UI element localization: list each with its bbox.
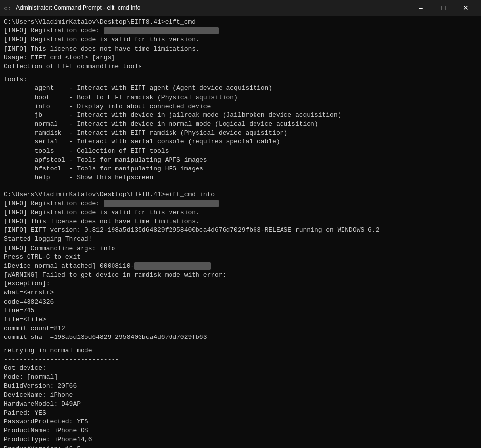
info-line-reg1: [INFO] Registration code: (4, 27, 477, 35)
cmd-icon: C: (4, 4, 12, 12)
mode-line: Mode: [normal] (4, 373, 477, 382)
got-device: Got device: (4, 364, 477, 373)
window-title: Administrator: Command Prompt - eift_cmd… (16, 4, 140, 11)
terminal-body: C:\Users\VladimirKatalov\Desktop\EIFT8.4… (0, 16, 481, 448)
info-line-reg2: [INFO] Registration code: (4, 199, 477, 208)
usage-line: Usage: EIFT_cmd <tool> [args] (4, 54, 477, 62)
minimize-button[interactable]: – (409, 0, 432, 16)
redacted-3 (134, 262, 211, 270)
tool-help: help - Show this helpscreen (4, 173, 477, 182)
info-line-version: [INFO] EIFT version: 0.812-198a5d135d648… (4, 226, 477, 235)
password-protected: PasswordProtected: YES (4, 418, 477, 426)
title-bar-left: C: Administrator: Command Prompt - eift_… (4, 4, 140, 12)
tool-hfstool: hfstool - Tools for manipulating HFS ima… (4, 165, 477, 173)
hardware-model: HardwareModel: D49AP (4, 400, 477, 409)
prompt-text-2: C:\Users\VladimirKatalov\Desktop\EIFT8.4… (4, 191, 215, 198)
info-cmdline: [INFO] Commandline args: info (4, 244, 477, 253)
svg-text:C:: C: (4, 6, 11, 12)
tool-apfstool: apfstool - Tools for manipulating APFS i… (4, 156, 477, 165)
info-line-valid2: [INFO] Registration code is valid for th… (4, 208, 477, 217)
product-name: ProductName: iPhone OS (4, 426, 477, 435)
paired: Paired: YES (4, 409, 477, 418)
window: C: Administrator: Command Prompt - eift_… (0, 0, 481, 448)
product-type: ProductType: iPhone14,6 (4, 435, 477, 444)
separator-line: ------------------------------ (4, 355, 477, 364)
tool-normal: normal - Interact with device in normal … (4, 120, 477, 129)
prompt-text-1: C:\Users\VladimirKatalov\Desktop\EIFT8.4… (4, 18, 196, 26)
build-version: BuildVersion: 20F66 (4, 382, 477, 391)
redacted-1 (104, 27, 219, 34)
window-controls: – □ ✕ (409, 0, 477, 16)
file-line: file=<file> (4, 315, 477, 324)
commit-sha: commit sha =198a5d135d64829f2958400bca4d… (4, 333, 477, 342)
exception-line: [exception]: (4, 280, 477, 288)
maximize-button[interactable]: □ (432, 0, 454, 16)
warning-ramdisk: [WARNING] Failed to get device in ramdis… (4, 271, 477, 280)
info-line-license2: [INFO] This license does not have time l… (4, 217, 477, 226)
prompt-line-1: C:\Users\VladimirKatalov\Desktop\EIFT8.4… (4, 18, 477, 27)
title-bar: C: Administrator: Command Prompt - eift_… (0, 0, 481, 16)
retrying: retrying in normal mode (4, 346, 477, 355)
tool-tools: tools - Collection of EIFT tools (4, 147, 477, 156)
idevice-normal: iDevice normal attached] 00008110- (4, 262, 477, 271)
collection-line: Collection of EIFT commandline tools (4, 62, 477, 71)
device-name: DeviceName: iPhone (4, 391, 477, 400)
tool-info: info - Display info about connected devi… (4, 102, 477, 111)
what-line: what=<errstr> (4, 288, 477, 297)
tool-serial: serial - Interact with serial console (r… (4, 138, 477, 146)
code-line: code=48824326 (4, 298, 477, 307)
close-button[interactable]: ✕ (454, 0, 477, 16)
tool-jb: jb - Interact with device in jailreak mo… (4, 111, 477, 120)
started-logging: Started logging Thread! (4, 235, 477, 244)
press-ctrl: Press CTRL-C to exit (4, 253, 477, 262)
line-line: line=745 (4, 307, 477, 315)
info-line-valid1: [INFO] Registration code is valid for th… (4, 35, 477, 44)
product-version: ProductVersion: 16.5 (4, 445, 477, 448)
tools-header: Tools: (4, 75, 477, 84)
commit-count: commit count=812 (4, 324, 477, 333)
prompt-line-2: C:\Users\VladimirKatalov\Desktop\EIFT8.4… (4, 190, 477, 199)
tool-agent: agent - Interact with EIFT agent (Agent … (4, 84, 477, 93)
tool-ramdisk: ramdisk - Interact with EIFT ramdisk (Ph… (4, 129, 477, 138)
tool-boot: boot - Boot to EIFT ramdisk (Physical aq… (4, 93, 477, 102)
redacted-2 (104, 200, 219, 207)
info-line-license1: [INFO] This license does not have time l… (4, 45, 477, 54)
